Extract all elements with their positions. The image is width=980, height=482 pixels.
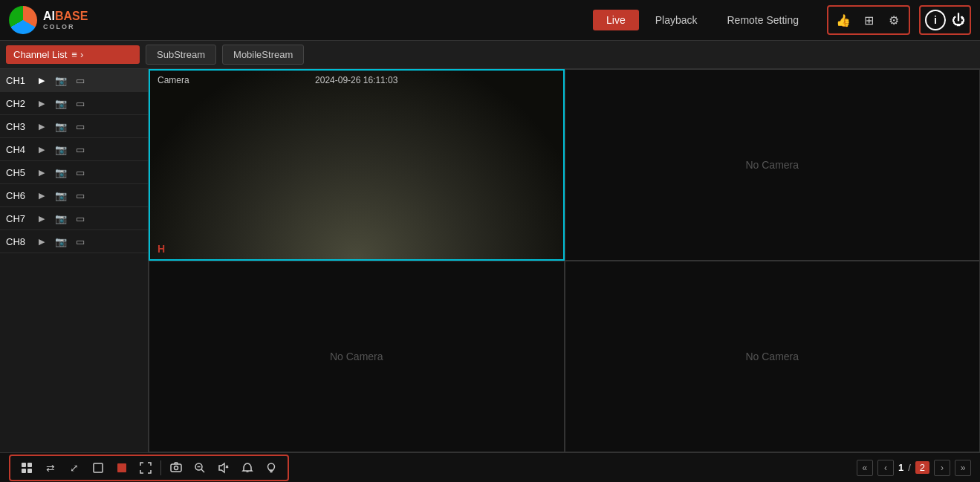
logo-text: AIBASE COLOR xyxy=(43,10,88,30)
channel-item-ch3[interactable]: CH3 ▶ 📷 ▭ xyxy=(0,115,148,138)
channel-item-ch7[interactable]: CH7 ▶ 📷 ▭ xyxy=(0,207,148,230)
nav-icon-group: 👍 ⊞ ⚙ xyxy=(827,5,910,35)
ch3-play-btn[interactable]: ▶ xyxy=(34,119,49,134)
grid-view-icon[interactable]: ⊞ xyxy=(858,10,879,30)
playback-button[interactable]: Playback xyxy=(642,10,711,30)
channel-item-ch2[interactable]: CH2 ▶ 📷 ▭ xyxy=(0,92,148,115)
channel-item-ch4[interactable]: CH4 ▶ 📷 ▭ xyxy=(0,138,148,161)
ch6-play-btn[interactable]: ▶ xyxy=(34,188,49,203)
sidebar: CH1 ▶ 📷 ▭ CH2 ▶ 📷 ▭ CH3 ▶ 📷 ▭ CH4 ▶ 📷 ▭ … xyxy=(0,69,149,452)
svg-rect-0 xyxy=(22,463,26,467)
page-1[interactable]: 1 xyxy=(898,462,903,473)
ch3-record-btn[interactable]: ▭ xyxy=(73,119,88,134)
ch6-snapshot-btn[interactable]: 📷 xyxy=(53,188,68,203)
channel-swap-button[interactable]: ⇄ xyxy=(40,457,61,478)
grid-layout-button[interactable] xyxy=(16,457,37,478)
ch3-snapshot-btn[interactable]: 📷 xyxy=(53,119,68,134)
ch7-play-btn[interactable]: ▶ xyxy=(34,211,49,226)
current-page: 2 xyxy=(915,461,929,474)
page-separator: / xyxy=(908,462,911,473)
zoom-button[interactable] xyxy=(189,457,210,478)
svg-rect-2 xyxy=(22,469,26,473)
red-square-button[interactable] xyxy=(111,457,132,478)
substream-tab[interactable]: SubStream xyxy=(146,45,216,65)
settings-icon[interactable]: ⚙ xyxy=(883,10,904,30)
prev-page-button[interactable]: ‹ xyxy=(877,460,894,476)
thumbs-up-icon[interactable]: 👍 xyxy=(833,10,854,30)
logo: AIBASE COLOR xyxy=(9,6,88,34)
ch2-snapshot-btn[interactable]: 📷 xyxy=(53,96,68,111)
ch1-record-btn[interactable]: ▭ xyxy=(73,73,88,88)
channel-list-label: Channel List xyxy=(13,49,67,60)
top-navigation: AIBASE COLOR Live Playback Remote Settin… xyxy=(0,0,980,41)
ch4-record-btn[interactable]: ▭ xyxy=(73,142,88,157)
no-camera-4: No Camera xyxy=(745,351,799,362)
audio-button[interactable] xyxy=(213,457,234,478)
arrow-icon: › xyxy=(80,49,83,60)
ch8-play-btn[interactable]: ▶ xyxy=(34,234,49,249)
video-cell-1[interactable]: Camera 2024-09-26 16:11:03 H xyxy=(149,69,565,261)
nav-right: Live Playback Remote Setting 👍 ⊞ ⚙ i ⏻ xyxy=(593,5,971,35)
ch1-snapshot-btn[interactable]: 📷 xyxy=(53,73,68,88)
ch8-label: CH8 xyxy=(6,236,30,247)
no-camera-2: No Camera xyxy=(745,159,799,171)
ch6-record-btn[interactable]: ▭ xyxy=(73,188,88,203)
cell1-label: Camera xyxy=(158,75,189,85)
main-content: CH1 ▶ 📷 ▭ CH2 ▶ 📷 ▭ CH3 ▶ 📷 ▭ CH4 ▶ 📷 ▭ … xyxy=(0,69,980,452)
ch1-play-btn[interactable]: ▶ xyxy=(34,73,49,88)
camera-feed-1 xyxy=(150,71,563,259)
ch5-play-btn[interactable]: ▶ xyxy=(34,165,49,180)
ch4-snapshot-btn[interactable]: 📷 xyxy=(53,142,68,157)
channel-item-ch8[interactable]: CH8 ▶ 📷 ▭ xyxy=(0,230,148,253)
svg-line-9 xyxy=(201,469,204,472)
live-button[interactable]: Live xyxy=(593,10,639,30)
last-page-button[interactable]: » xyxy=(955,460,971,476)
channel-list-header[interactable]: Channel List ≡ › xyxy=(6,45,140,64)
channel-item-ch1[interactable]: CH1 ▶ 📷 ▭ xyxy=(0,69,148,92)
bulb-button[interactable] xyxy=(261,457,282,478)
ch7-snapshot-btn[interactable]: 📷 xyxy=(53,211,68,226)
fullscreen-button[interactable] xyxy=(135,457,156,478)
remote-setting-button[interactable]: Remote Setting xyxy=(714,10,813,30)
ch8-snapshot-btn[interactable]: 📷 xyxy=(53,234,68,249)
mobilestream-tab[interactable]: MobileStream xyxy=(222,45,304,65)
toolbar-right: « ‹ 1 / 2 › » xyxy=(857,460,971,476)
ch6-label: CH6 xyxy=(6,190,30,201)
ch3-label: CH3 xyxy=(6,121,30,132)
video-cell-2[interactable]: No Camera xyxy=(565,69,981,261)
ch5-record-btn[interactable]: ▭ xyxy=(73,165,88,180)
power-icon[interactable]: ⏻ xyxy=(952,13,965,28)
list-icon: ≡ xyxy=(71,49,77,60)
next-page-button[interactable]: › xyxy=(934,460,950,476)
video-cell-3[interactable]: No Camera xyxy=(149,261,565,452)
toolbar-left: ⇄ ⤢ xyxy=(9,455,289,481)
expand-button[interactable]: ⤢ xyxy=(64,457,85,478)
first-page-button[interactable]: « xyxy=(857,460,873,476)
bottom-toolbar: ⇄ ⤢ xyxy=(0,452,980,482)
ch4-label: CH4 xyxy=(6,144,30,155)
ch5-snapshot-btn[interactable]: 📷 xyxy=(53,165,68,180)
ch2-play-btn[interactable]: ▶ xyxy=(34,96,49,111)
svg-rect-4 xyxy=(94,463,103,472)
video-grid: Camera 2024-09-26 16:11:03 H No Camera N… xyxy=(149,69,980,452)
ch7-label: CH7 xyxy=(6,213,30,224)
alarm-button[interactable] xyxy=(237,457,258,478)
channel-list-icons: ≡ › xyxy=(71,49,83,60)
ch4-play-btn[interactable]: ▶ xyxy=(34,142,49,157)
ch2-label: CH2 xyxy=(6,98,30,109)
channel-item-ch5[interactable]: CH5 ▶ 📷 ▭ xyxy=(0,161,148,184)
svg-rect-6 xyxy=(171,464,181,472)
info-icon[interactable]: i xyxy=(925,10,946,30)
ch8-record-btn[interactable]: ▭ xyxy=(73,234,88,249)
svg-marker-11 xyxy=(219,463,224,472)
crop-button[interactable] xyxy=(88,457,108,478)
cell1-h-badge: H xyxy=(158,243,165,255)
svg-rect-5 xyxy=(117,463,126,472)
ch7-record-btn[interactable]: ▭ xyxy=(73,211,88,226)
channel-item-ch6[interactable]: CH6 ▶ 📷 ▭ xyxy=(0,184,148,207)
video-cell-4[interactable]: No Camera xyxy=(565,261,981,452)
no-camera-3: No Camera xyxy=(330,351,383,362)
ch2-record-btn[interactable]: ▭ xyxy=(73,96,88,111)
snapshot-button[interactable] xyxy=(166,457,186,478)
ch1-label: CH1 xyxy=(6,75,30,86)
